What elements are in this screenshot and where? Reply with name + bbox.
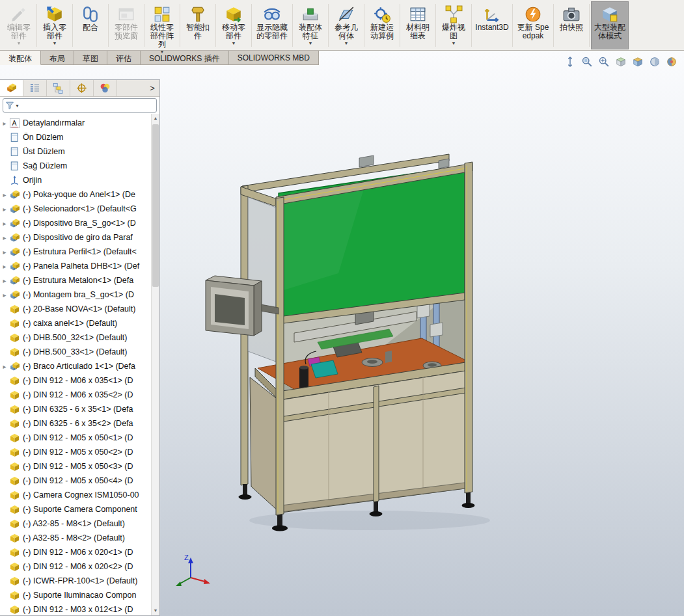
tree-item-25[interactable]: (-) DIN 912 - M05 x 050<4> (D: [0, 474, 151, 488]
expand-arrow-icon[interactable]: ▸: [0, 220, 9, 227]
ribbon-button-smart-fasteners[interactable]: 智能扣件: [182, 1, 214, 49]
panel-tab-configuration-manager[interactable]: [47, 80, 70, 96]
tree-item-28[interactable]: (-) A32-85 - M8<1> (Default): [0, 516, 151, 531]
panel-tab-feature-manager[interactable]: [0, 80, 23, 96]
tree-item-10[interactable]: ▸ (-) Panela Palheta DHB<1> (Def: [0, 259, 151, 273]
expand-arrow-icon[interactable]: ▸: [0, 206, 9, 213]
command-tab-布局[interactable]: 布局: [41, 51, 74, 65]
ribbon-button-exploded-view[interactable]: 爆炸视图 ▼: [437, 1, 470, 49]
ribbon-button-instant3d[interactable]: Instant3D: [473, 1, 511, 49]
command-tab-SOLIDWORKS MBD[interactable]: SOLIDWORKS MBD: [229, 51, 319, 65]
ribbon-button-linear-component-pattern[interactable]: 线性零部件阵列 ▼: [146, 1, 178, 49]
command-tab-评估[interactable]: 评估: [107, 51, 141, 65]
tree-item-32[interactable]: (-) ICWR-FPR-100<1> (Default): [0, 574, 151, 588]
dropdown-arrow-icon[interactable]: ▼: [17, 40, 21, 47]
previous-view-icon[interactable]: [564, 56, 576, 68]
tree-item-8[interactable]: ▸ (-) Dispositivo de giro da Paraf: [0, 230, 151, 245]
tree-item-3[interactable]: Sağ Düzlem: [0, 159, 151, 173]
zoom-fit-icon[interactable]: [581, 56, 593, 68]
tree-item-14[interactable]: (-) caixa anel<1> (Default): [0, 316, 151, 330]
ribbon-button-component-preview-window[interactable]: 零部件预览窗: [110, 1, 143, 49]
ribbon-separator: [328, 4, 329, 47]
section-view-icon[interactable]: [615, 56, 627, 68]
tree-item-23[interactable]: (-) DIN 912 - M05 x 050<2> (D: [0, 445, 151, 459]
tree-item-30[interactable]: (-) DIN 912 - M06 x 020<1> (D: [0, 545, 151, 559]
tree-item-24[interactable]: (-) DIN 912 - M05 x 050<3> (D: [0, 459, 151, 474]
ribbon-button-mate[interactable]: 配合: [74, 1, 107, 49]
ribbon-button-take-snapshot[interactable]: 拍快照: [555, 1, 588, 49]
ribbon-button-edit-component[interactable]: 编辑零部件 ▼: [3, 1, 35, 49]
dropdown-arrow-icon[interactable]: ▼: [308, 40, 313, 47]
tree-item-21[interactable]: (-) DIN 6325 - 6 x 35<2> (Defa: [0, 416, 151, 431]
edit-component-icon: [10, 5, 28, 23]
command-tab-装配体[interactable]: 装配体: [0, 51, 41, 65]
edit-appearance-icon[interactable]: [666, 56, 677, 68]
tree-item-15[interactable]: (-) DHB.500_32<1> (Default): [0, 330, 151, 345]
view-orientation-icon[interactable]: [632, 56, 644, 68]
ribbon-button-reference-geometry[interactable]: 参考几何体 ▼: [330, 1, 363, 49]
ribbon-button-assembly-features[interactable]: 装配体特征 ▼: [294, 1, 327, 49]
ribbon-button-bill-of-materials[interactable]: 材料明细表: [402, 1, 434, 49]
tree-item-31[interactable]: (-) DIN 912 - M06 x 020<2> (D: [0, 559, 151, 574]
filter-funnel-icon[interactable]: [5, 101, 14, 110]
panel-expand-chevron[interactable]: >: [145, 80, 159, 96]
expand-arrow-icon[interactable]: ▸: [0, 191, 9, 198]
tree-item-18[interactable]: (-) DIN 912 - M06 x 035<1> (D: [0, 373, 151, 388]
tree-item-2[interactable]: Üst Düzlem: [0, 144, 151, 159]
display-style-icon[interactable]: [649, 56, 661, 68]
ribbon-separator: [144, 4, 144, 47]
ribbon-button-insert-component[interactable]: 插入零部件 ▼: [38, 1, 71, 49]
expand-arrow-icon[interactable]: ▸: [0, 248, 9, 256]
expand-arrow-icon[interactable]: ▸: [0, 234, 9, 241]
scroll-up-icon[interactable]: ▲: [152, 114, 159, 123]
scroll-thumb[interactable]: [152, 124, 159, 287]
tree-item-4[interactable]: Orijin: [0, 173, 151, 187]
tree-item-0[interactable]: ▸ A Detaylandırmalar: [0, 116, 151, 130]
tree-item-33[interactable]: (-) Suporte Iluminacao Compon: [0, 588, 151, 602]
expand-arrow-icon[interactable]: ▸: [0, 120, 9, 127]
tree-item-9[interactable]: ▸ (-) Estrutura Perfil<1> (Default<: [0, 245, 151, 259]
tree-item-16[interactable]: (-) DHB.500_33<1> (Default): [0, 345, 151, 359]
dimxpert-manager-icon: [76, 83, 87, 94]
tree-item-12[interactable]: ▸ (-) Montagem bra_S_go<1> (D: [0, 288, 151, 302]
ribbon-button-new-motion-study[interactable]: 新建运动算例: [366, 1, 398, 49]
filter-input[interactable]: [21, 100, 154, 111]
zoom-area-icon[interactable]: [598, 56, 610, 68]
tree-item-34[interactable]: (-) DIN 912 - M03 x 012<1> (D: [0, 602, 151, 615]
tree-item-27[interactable]: (-) Suporte Camera Component: [0, 502, 151, 516]
ribbon-button-show-hidden-components[interactable]: 显示隐藏的零部件: [253, 1, 291, 49]
tree-item-1[interactable]: Ön Düzlem: [0, 130, 151, 144]
tree-item-19[interactable]: (-) DIN 912 - M06 x 035<2> (D: [0, 388, 151, 402]
tree-item-22[interactable]: (-) DIN 912 - M05 x 050<1> (D: [0, 431, 151, 445]
dropdown-arrow-icon[interactable]: ▼: [344, 40, 349, 47]
expand-arrow-icon[interactable]: ▸: [0, 291, 9, 299]
tree-item-13[interactable]: (-) 20-Base NOVA<1> (Default): [0, 302, 151, 316]
scroll-down-icon[interactable]: ▼: [152, 606, 159, 615]
panel-tab-display-manager[interactable]: [94, 80, 117, 96]
dropdown-arrow-icon[interactable]: ▼: [232, 40, 236, 47]
filter-dropdown-icon[interactable]: ▼: [15, 103, 20, 108]
tree-item-26[interactable]: (-) Camera Cognex ISM1050-00: [0, 488, 151, 502]
tree-item-5[interactable]: ▸ (-) Poka-yoque do Anel<1> (De: [0, 187, 151, 202]
expand-arrow-icon[interactable]: ▸: [0, 263, 9, 270]
ribbon-button-update-speedpak[interactable]: 更新 Speedpak: [514, 1, 552, 49]
command-tab-草图[interactable]: 草图: [74, 51, 107, 65]
tree-item-20[interactable]: (-) DIN 6325 - 6 x 35<1> (Defa: [0, 402, 151, 416]
tree-item-7[interactable]: ▸ (-) Dispositivo Bra_S_go<1> (D: [0, 216, 151, 230]
tree-scrollbar[interactable]: ▲ ▼: [151, 114, 159, 615]
tree-item-29[interactable]: (-) A32-85 - M8<2> (Default): [0, 531, 151, 545]
filter-box[interactable]: ▼: [3, 98, 157, 113]
expand-arrow-icon[interactable]: ▸: [0, 363, 9, 370]
ribbon-button-move-component[interactable]: 移动零部件 ▼: [217, 1, 250, 49]
tree-item-11[interactable]: ▸ (-) Estrutura Metalon<1> (Defa: [0, 273, 151, 288]
expand-arrow-icon[interactable]: ▸: [0, 277, 9, 284]
panel-tab-property-manager[interactable]: [23, 80, 47, 96]
ribbon-button-large-assembly-mode[interactable]: 大型装配体模式: [591, 1, 629, 49]
panel-tab-dimxpert-manager[interactable]: [70, 80, 94, 96]
dropdown-arrow-icon[interactable]: ▼: [452, 40, 456, 47]
tree-item-6[interactable]: ▸ (-) Selecionador<1> (Default<G: [0, 202, 151, 216]
dropdown-arrow-icon[interactable]: ▼: [160, 49, 165, 55]
dropdown-arrow-icon[interactable]: ▼: [53, 40, 57, 47]
command-tab-SOLIDWORKS 插件[interactable]: SOLIDWORKS 插件: [141, 51, 229, 65]
tree-item-17[interactable]: ▸ (-) Braco Articulado 1<1> (Defa: [0, 359, 151, 373]
